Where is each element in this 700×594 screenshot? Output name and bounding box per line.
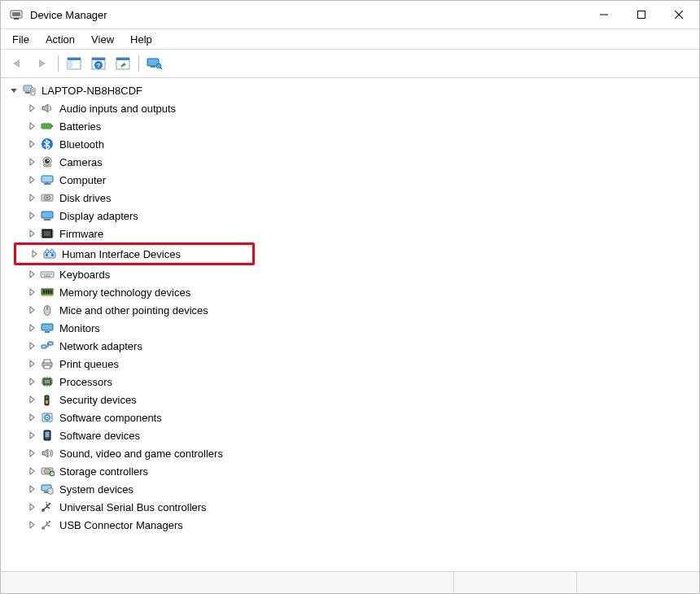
tree-category-label: Security devices xyxy=(58,393,138,407)
tree-category-label: Storage controllers xyxy=(58,465,150,478)
menu-action-label: Action xyxy=(46,33,75,46)
toolbar-properties-button[interactable] xyxy=(112,53,134,74)
tree-category-label: Audio inputs and outputs xyxy=(58,102,177,116)
tree-category-label: Keyboards xyxy=(58,268,112,282)
tree-category[interactable]: Print queues xyxy=(1,355,699,373)
toolbar-forward-button[interactable] xyxy=(31,53,54,74)
tree-category[interactable]: Processors xyxy=(1,373,699,391)
expand-toggle-icon[interactable] xyxy=(25,447,38,460)
status-pane xyxy=(576,572,699,593)
tree-category[interactable]: Firmware xyxy=(1,225,699,242)
minimize-button[interactable] xyxy=(585,2,623,28)
menu-help[interactable]: Help xyxy=(122,29,160,49)
svg-marker-110 xyxy=(46,501,47,503)
svg-rect-17 xyxy=(151,66,155,68)
expand-toggle-icon[interactable] xyxy=(25,429,38,442)
expand-toggle-icon[interactable] xyxy=(25,286,38,299)
firmware-icon xyxy=(40,226,55,241)
expand-toggle-icon[interactable] xyxy=(25,191,38,204)
tree-category-label: USB Connector Managers xyxy=(58,518,185,532)
tree-category[interactable]: Network adapters xyxy=(1,337,699,355)
tree-pane-icon xyxy=(67,57,81,70)
tree-category[interactable]: Keyboards xyxy=(1,265,699,283)
expand-toggle-icon[interactable] xyxy=(25,304,38,317)
tree-category[interactable]: System devices xyxy=(1,480,699,498)
expand-toggle-icon[interactable] xyxy=(25,483,38,496)
expand-toggle-icon[interactable] xyxy=(25,518,38,531)
tree-category[interactable]: Disk drives xyxy=(1,189,699,207)
svg-point-112 xyxy=(49,521,51,523)
expand-toggle-icon[interactable] xyxy=(25,500,38,513)
svg-rect-113 xyxy=(48,525,50,526)
tree-category[interactable]: USB Connector Managers xyxy=(1,516,699,534)
tree-category-label: Monitors xyxy=(58,321,102,335)
menu-action[interactable]: Action xyxy=(37,29,83,49)
svg-rect-43 xyxy=(44,231,50,236)
tree-category[interactable]: Bluetooth xyxy=(1,135,699,153)
tree-category[interactable]: Storage controllers xyxy=(1,462,699,480)
toolbar-separator xyxy=(138,55,139,72)
expand-toggle-icon[interactable] xyxy=(25,227,38,240)
svg-rect-106 xyxy=(48,488,53,494)
tree-category[interactable]: Computer xyxy=(1,171,699,189)
expand-toggle-icon[interactable] xyxy=(25,173,38,186)
expand-toggle-icon[interactable] xyxy=(25,209,38,222)
menu-view-label: View xyxy=(91,33,114,46)
tree-category[interactable]: Universal Serial Bus controllers xyxy=(1,498,699,516)
tree-category[interactable]: Display adapters xyxy=(1,207,699,225)
tree-category[interactable]: Cameras xyxy=(1,153,699,171)
expand-toggle-icon[interactable] xyxy=(25,465,38,478)
tree-category-label: Computer xyxy=(58,173,107,187)
expand-toggle-icon[interactable] xyxy=(25,393,38,406)
computer-icon xyxy=(40,173,55,187)
tree-root[interactable]: LAPTOP-NB8H8CDF xyxy=(1,81,699,99)
tree-category[interactable]: Monitors xyxy=(1,319,699,337)
tree-category[interactable]: Human Interface Devices xyxy=(16,245,252,263)
tree-category[interactable]: Batteries xyxy=(1,117,699,135)
tree-category-label: Cameras xyxy=(58,155,104,169)
svg-point-93 xyxy=(46,397,48,399)
tree-category[interactable]: Security devices xyxy=(1,391,699,408)
toolbar-separator xyxy=(58,55,59,72)
tree-category[interactable]: Software components xyxy=(1,408,699,426)
expand-toggle-icon[interactable] xyxy=(25,268,38,281)
expand-toggle-icon[interactable] xyxy=(25,339,38,352)
expand-toggle-icon[interactable] xyxy=(25,321,38,334)
menu-file[interactable]: File xyxy=(4,29,37,49)
svg-rect-77 xyxy=(44,365,50,369)
expand-toggle-icon[interactable] xyxy=(25,155,38,168)
close-button[interactable] xyxy=(660,2,698,28)
toolbar-back-button[interactable] xyxy=(7,53,29,74)
svg-rect-99 xyxy=(46,432,50,438)
maximize-button[interactable] xyxy=(623,2,660,28)
tree-category[interactable]: Mice and other pointing devices xyxy=(1,301,699,319)
expand-toggle-icon[interactable] xyxy=(25,411,38,424)
menu-help-label: Help xyxy=(130,33,152,46)
expand-toggle-icon[interactable] xyxy=(25,357,38,370)
expand-toggle-icon[interactable] xyxy=(25,120,38,133)
menu-bar: File Action View Help xyxy=(1,29,699,50)
device-tree-pane[interactable]: LAPTOP-NB8H8CDF Audio inputs and outputs… xyxy=(1,78,699,571)
tree-category-label: Software devices xyxy=(58,429,142,443)
svg-rect-25 xyxy=(32,91,34,92)
tree-category[interactable]: Software devices xyxy=(1,426,699,444)
hid-icon xyxy=(42,247,57,261)
toolbar-tree-button[interactable] xyxy=(63,53,85,74)
expand-toggle-icon[interactable] xyxy=(25,102,38,115)
tree-category[interactable]: Audio inputs and outputs xyxy=(1,99,699,117)
expand-toggle-icon[interactable] xyxy=(25,375,38,388)
expand-toggle-icon[interactable] xyxy=(28,247,41,260)
help-icon: ? xyxy=(91,57,106,70)
toolbar-help-button[interactable]: ? xyxy=(87,53,110,74)
tree-category[interactable]: Memory technology devices xyxy=(1,283,699,301)
svg-line-19 xyxy=(160,68,162,69)
svg-point-32 xyxy=(45,159,50,164)
tree-category[interactable]: Sound, video and game controllers xyxy=(1,444,699,462)
tree-category-label: Memory technology devices xyxy=(58,286,192,299)
menu-view[interactable]: View xyxy=(83,29,122,49)
expand-toggle-icon[interactable] xyxy=(25,138,38,151)
svg-rect-27 xyxy=(51,125,53,127)
expand-toggle-icon[interactable] xyxy=(7,84,20,97)
svg-rect-71 xyxy=(42,324,53,330)
toolbar-monitor-button[interactable] xyxy=(143,53,166,74)
